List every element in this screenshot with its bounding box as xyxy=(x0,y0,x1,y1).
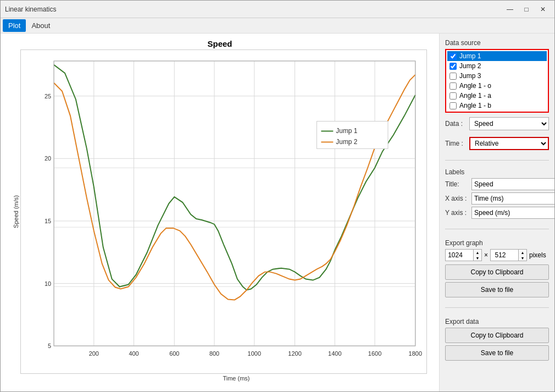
labels-section-label: Labels xyxy=(445,168,549,176)
divider-1 xyxy=(445,160,549,161)
labels-section: Labels Title: X axis : Y axis : xyxy=(445,168,549,221)
y-axis-input[interactable] xyxy=(471,207,554,219)
time-select[interactable]: Relative Absolute xyxy=(469,137,549,150)
maximize-button[interactable]: □ xyxy=(519,4,534,15)
ds-label-jump3: Jump 3 xyxy=(459,72,481,80)
copy-graph-button[interactable]: Copy to Clipboard xyxy=(445,264,549,280)
x-axis-label: Time (ms) xyxy=(223,375,249,382)
svg-text:1200: 1200 xyxy=(288,350,301,357)
ds-checkbox-angle1o[interactable] xyxy=(449,82,457,90)
svg-text:200: 200 xyxy=(89,350,99,357)
ds-label-angle1b: Angle 1 - b xyxy=(459,102,491,109)
height-up-arrow[interactable]: ▲ xyxy=(519,250,526,255)
menu-item-plot[interactable]: Plot xyxy=(3,19,26,32)
save-graph-button[interactable]: Save to file xyxy=(445,282,549,297)
time-label: Time : xyxy=(445,140,466,147)
svg-text:Jump 2: Jump 2 xyxy=(336,138,358,146)
svg-text:1400: 1400 xyxy=(328,350,341,357)
chart-svg: 5 10 15 20 25 200 400 600 800 1000 xyxy=(21,50,426,373)
ds-checkbox-angle1b[interactable] xyxy=(449,102,457,109)
height-down-arrow[interactable]: ▼ xyxy=(519,255,526,261)
y-axis-row: Y axis : xyxy=(445,207,549,219)
svg-text:15: 15 xyxy=(45,218,51,224)
x-axis-input[interactable] xyxy=(471,192,554,205)
export-data-label: Export data xyxy=(445,318,549,325)
width-input[interactable] xyxy=(445,249,474,261)
x-axis-label-field: X axis : xyxy=(445,195,468,202)
width-spinbox: ▲ ▼ xyxy=(445,249,482,261)
y-axis-label: Speed (m/s) xyxy=(13,195,19,228)
width-arrows: ▲ ▼ xyxy=(474,249,482,261)
export-size-row: ▲ ▼ × ▲ ▼ pixels xyxy=(445,249,549,261)
divider-3 xyxy=(445,307,549,308)
data-source-box: Jump 1 Jump 2 Jump 3 Angle 1 - o xyxy=(445,49,549,113)
ds-item-angle1b[interactable]: Angle 1 - b xyxy=(447,101,547,111)
close-button[interactable]: ✕ xyxy=(536,4,550,15)
svg-text:20: 20 xyxy=(45,155,51,162)
ds-label-angle1a: Angle 1 - a xyxy=(459,92,491,100)
ds-item-angle1o[interactable]: Angle 1 - o xyxy=(447,81,547,91)
right-panel: Data source Jump 1 Jump 2 Jump 3 xyxy=(439,34,554,391)
title-row: Title: xyxy=(445,178,549,190)
height-input[interactable] xyxy=(490,249,519,261)
svg-text:10: 10 xyxy=(45,280,51,287)
y-axis-label-field: Y axis : xyxy=(445,209,468,217)
chart-area: Speed Speed (m/s) xyxy=(1,34,439,391)
main-content: Speed Speed (m/s) xyxy=(1,34,554,391)
pixels-label: pixels xyxy=(529,251,546,259)
svg-text:Jump 1: Jump 1 xyxy=(336,127,358,135)
svg-text:400: 400 xyxy=(129,350,138,357)
data-source-section: Data source Jump 1 Jump 2 Jump 3 xyxy=(445,39,549,113)
chart-title: Speed xyxy=(207,39,232,48)
export-graph-label: Export graph xyxy=(445,239,549,247)
ds-item-jump2[interactable]: Jump 2 xyxy=(447,61,547,71)
svg-rect-1 xyxy=(54,61,415,346)
export-graph-section: Export graph ▲ ▼ × ▲ ▼ xyxy=(445,239,549,300)
data-select[interactable]: Speed Acceleration Distance xyxy=(469,117,549,130)
width-up-arrow[interactable]: ▲ xyxy=(474,250,481,255)
ds-checkbox-angle1a[interactable] xyxy=(449,92,457,100)
data-source-label: Data source xyxy=(445,39,549,47)
window-title: Linear kinematics xyxy=(5,5,503,13)
svg-text:5: 5 xyxy=(48,343,51,349)
time-row: Time : Relative Absolute xyxy=(445,137,549,150)
title-bar: Linear kinematics — □ ✕ xyxy=(1,1,554,18)
main-window: Linear kinematics — □ ✕ Plot About Speed… xyxy=(0,0,555,392)
ds-checkbox-jump1[interactable] xyxy=(449,53,457,60)
title-input[interactable] xyxy=(471,178,554,190)
times-symbol: × xyxy=(484,251,488,259)
window-controls: — □ ✕ xyxy=(503,4,550,15)
save-data-button[interactable]: Save to file xyxy=(445,345,549,361)
data-label: Data : xyxy=(445,120,466,128)
width-down-arrow[interactable]: ▼ xyxy=(474,255,481,261)
ds-checkbox-jump2[interactable] xyxy=(449,63,457,70)
height-spinbox: ▲ ▼ xyxy=(490,249,527,261)
chart-wrapper: Speed (m/s) xyxy=(13,49,427,374)
title-label: Title: xyxy=(445,180,468,188)
svg-text:800: 800 xyxy=(209,350,219,357)
ds-checkbox-jump3[interactable] xyxy=(449,73,457,80)
ds-item-jump3[interactable]: Jump 3 xyxy=(447,71,547,81)
svg-text:1000: 1000 xyxy=(248,350,261,357)
menu-item-about[interactable]: About xyxy=(26,19,56,32)
svg-text:1800: 1800 xyxy=(409,350,422,357)
ds-label-jump1: Jump 1 xyxy=(459,52,481,60)
menu-bar: Plot About xyxy=(1,18,554,34)
export-data-section: Export data Copy to Clipboard Save to fi… xyxy=(445,318,549,363)
height-arrows: ▲ ▼ xyxy=(519,249,527,261)
divider-2 xyxy=(445,229,549,229)
data-row: Data : Speed Acceleration Distance xyxy=(445,117,549,130)
ds-item-angle1a[interactable]: Angle 1 - a xyxy=(447,91,547,101)
ds-item-jump1[interactable]: Jump 1 xyxy=(447,51,547,61)
svg-text:600: 600 xyxy=(169,350,179,357)
chart-container: 5 10 15 20 25 200 400 600 800 1000 xyxy=(20,49,427,374)
minimize-button[interactable]: — xyxy=(503,4,517,15)
copy-data-button[interactable]: Copy to Clipboard xyxy=(445,328,549,343)
x-axis-row: X axis : xyxy=(445,192,549,205)
ds-label-angle1o: Angle 1 - o xyxy=(459,82,491,90)
ds-label-jump2: Jump 2 xyxy=(459,62,481,70)
svg-text:25: 25 xyxy=(45,93,51,100)
svg-text:1600: 1600 xyxy=(368,350,381,357)
